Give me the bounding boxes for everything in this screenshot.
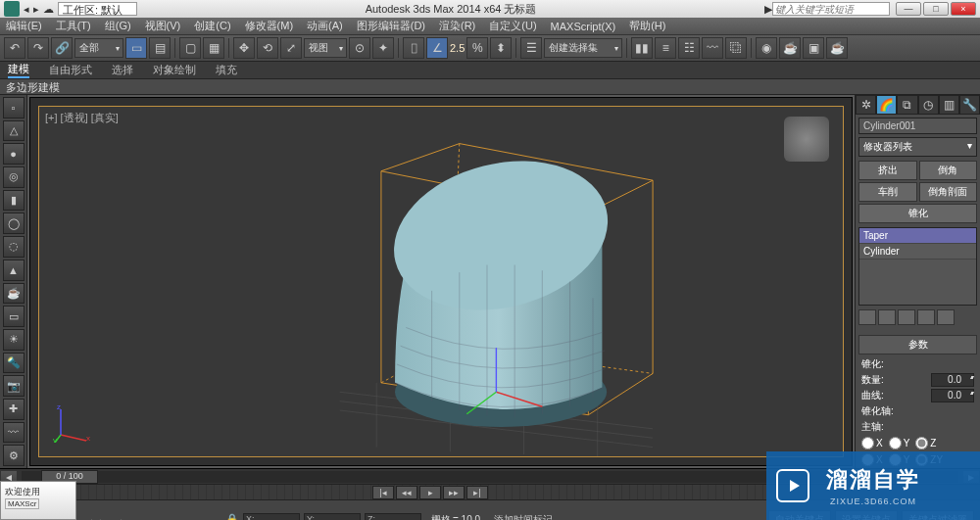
ribbon-subpanel[interactable]: 多边形建模 bbox=[0, 79, 980, 95]
workspace-switcher[interactable]: ◂ ▸ ☁ 工作区: 默认 bbox=[24, 2, 137, 16]
plane-icon[interactable]: ▭ bbox=[3, 306, 24, 327]
help-search-input[interactable] bbox=[772, 2, 890, 16]
arrow-right-icon[interactable]: ▸ bbox=[33, 3, 39, 16]
link-icon[interactable]: 🔗 bbox=[51, 37, 73, 59]
cmdtab-display-icon[interactable]: ▥ bbox=[939, 95, 959, 115]
cmdtab-motion-icon[interactable]: ◷ bbox=[918, 95, 939, 115]
helper-icon[interactable]: ✚ bbox=[3, 399, 24, 420]
app-logo[interactable] bbox=[4, 1, 20, 17]
object-name-field[interactable]: Cylinder001 bbox=[858, 118, 977, 134]
add-time-tag[interactable]: 添加时间标记 bbox=[494, 513, 553, 521]
scale-icon[interactable]: ⤢ bbox=[280, 37, 302, 59]
sphere-primitive-icon[interactable]: ● bbox=[3, 143, 24, 165]
render-frame-icon[interactable]: ▣ bbox=[803, 37, 824, 59]
search-go-icon[interactable]: ▶ bbox=[764, 3, 772, 16]
named-selection-dropdown[interactable]: 创建选择集 bbox=[544, 38, 622, 58]
cmdtab-hierarchy-icon[interactable]: ⧉ bbox=[897, 95, 917, 115]
close-button[interactable]: × bbox=[951, 2, 976, 16]
redo-icon[interactable]: ↷ bbox=[27, 37, 49, 59]
coord-z[interactable]: Z: bbox=[365, 513, 421, 521]
workspace-dropdown[interactable]: 工作区: 默认 bbox=[58, 2, 137, 16]
system-icon[interactable]: ⚙ bbox=[3, 445, 24, 466]
btn-extrude[interactable]: 挤出 bbox=[858, 161, 917, 180]
cylinder-icon[interactable]: ▮ bbox=[3, 190, 24, 212]
pyramid-icon[interactable]: ▲ bbox=[3, 260, 24, 281]
play-icon[interactable]: ▸ bbox=[419, 486, 441, 499]
angle-snap-icon[interactable]: ∠ bbox=[426, 37, 448, 59]
menu-group[interactable]: 组(G) bbox=[105, 19, 131, 33]
spacewarp-icon[interactable]: 〰 bbox=[3, 422, 24, 444]
lock-icon[interactable]: 🔒 bbox=[225, 513, 239, 520]
pivot-icon[interactable]: ⊙ bbox=[349, 37, 370, 59]
welcome-popup[interactable]: 欢迎使用 MAXScr bbox=[0, 481, 76, 520]
radio-y[interactable]: Y bbox=[889, 437, 910, 449]
menu-animation[interactable]: 动画(A) bbox=[307, 19, 343, 33]
amount-spinner[interactable]: 0.0 bbox=[931, 373, 974, 387]
material-editor-icon[interactable]: ◉ bbox=[756, 37, 777, 59]
tube-icon[interactable]: ◯ bbox=[3, 213, 24, 234]
cmdtab-create-icon[interactable]: ✲ bbox=[856, 95, 876, 115]
radio-x[interactable]: X bbox=[861, 437, 883, 449]
show-end-icon[interactable] bbox=[878, 309, 896, 325]
btn-bevelprofile[interactable]: 倒角剖面 bbox=[919, 182, 978, 202]
maximize-button[interactable]: □ bbox=[923, 2, 949, 16]
window-crossing-icon[interactable]: ▦ bbox=[203, 37, 224, 59]
radio-z[interactable]: Z bbox=[915, 437, 936, 449]
selection-filter-dropdown[interactable]: 全部 bbox=[74, 38, 123, 58]
menu-rendering[interactable]: 渲染(R) bbox=[439, 19, 475, 33]
minimize-button[interactable]: — bbox=[896, 2, 921, 16]
remove-mod-icon[interactable] bbox=[917, 309, 935, 325]
menu-maxscript[interactable]: MAXScript(X) bbox=[551, 21, 616, 32]
box-primitive-icon[interactable]: ▫ bbox=[3, 97, 24, 118]
layers-icon[interactable]: ☷ bbox=[678, 37, 700, 59]
modifier-list-dropdown[interactable]: 修改器列表 bbox=[858, 137, 977, 157]
menu-help[interactable]: 帮助(H) bbox=[629, 19, 665, 33]
ribbon-tab-populate[interactable]: 填充 bbox=[216, 63, 237, 77]
ribbon-tab-selection[interactable]: 选择 bbox=[112, 63, 133, 77]
menu-tools[interactable]: 工具(T) bbox=[56, 19, 91, 33]
manipulate-icon[interactable]: ✦ bbox=[372, 37, 394, 59]
coord-x[interactable]: X: bbox=[243, 513, 300, 521]
geosphere-icon[interactable]: ◎ bbox=[3, 166, 24, 188]
edit-named-sel-icon[interactable]: ☰ bbox=[520, 37, 542, 59]
configure-icon[interactable] bbox=[937, 309, 955, 325]
pin-stack-icon[interactable] bbox=[858, 309, 876, 325]
cmdtab-modify-icon[interactable]: 🌈 bbox=[876, 95, 897, 115]
make-unique-icon[interactable] bbox=[898, 309, 915, 325]
menu-views[interactable]: 视图(V) bbox=[145, 19, 181, 33]
percent-snap-icon[interactable]: % bbox=[466, 37, 488, 59]
menu-grapheditors[interactable]: 图形编辑器(D) bbox=[357, 19, 425, 33]
mirror-icon[interactable]: ▮▮ bbox=[631, 37, 653, 59]
menu-modifiers[interactable]: 修改器(M) bbox=[245, 19, 294, 33]
curve-editor-icon[interactable]: 〰 bbox=[702, 37, 723, 59]
render-icon[interactable]: ☕ bbox=[826, 37, 848, 59]
viewport[interactable]: [+] [透视] [真实] bbox=[29, 97, 853, 466]
undo-icon[interactable]: ↶ bbox=[4, 37, 25, 59]
camera-icon[interactable]: 📷 bbox=[3, 375, 24, 397]
cone-primitive-icon[interactable]: △ bbox=[3, 120, 24, 142]
goto-start-icon[interactable]: |◂ bbox=[372, 486, 394, 499]
schematic-icon[interactable]: ⿻ bbox=[725, 37, 747, 59]
welcome-tab[interactable]: MAXScr bbox=[5, 498, 39, 509]
select-name-icon[interactable]: ▤ bbox=[149, 37, 171, 59]
select-object-icon[interactable]: ▭ bbox=[125, 37, 147, 59]
btn-lathe[interactable]: 车削 bbox=[858, 182, 917, 202]
rotate-icon[interactable]: ⟲ bbox=[257, 37, 278, 59]
rollout-parameters[interactable]: 参数 bbox=[858, 335, 977, 355]
next-frame-icon[interactable]: ▸▸ bbox=[443, 486, 465, 499]
ribbon-tab-freeform[interactable]: 自由形式 bbox=[49, 63, 92, 77]
arrow-left-icon[interactable]: ◂ bbox=[24, 3, 29, 16]
btn-chamfer[interactable]: 倒角 bbox=[919, 161, 978, 180]
torus-icon[interactable]: ◌ bbox=[3, 236, 24, 258]
refcoord-dropdown[interactable]: 视图 bbox=[304, 38, 347, 58]
align-icon[interactable]: ≡ bbox=[655, 37, 676, 59]
teapot-icon[interactable]: ☕ bbox=[3, 283, 24, 305]
light-omni-icon[interactable]: ☀ bbox=[3, 329, 24, 351]
modifier-stack[interactable]: Taper Cylinder bbox=[858, 227, 977, 306]
prev-frame-icon[interactable]: ◂◂ bbox=[396, 486, 417, 499]
menu-create[interactable]: 创建(C) bbox=[194, 19, 230, 33]
btn-taper[interactable]: 锥化 bbox=[858, 204, 977, 223]
ribbon-tab-objectpaint[interactable]: 对象绘制 bbox=[153, 63, 196, 77]
select-rect-icon[interactable]: ▢ bbox=[179, 37, 201, 59]
stack-item-taper[interactable]: Taper bbox=[859, 228, 976, 244]
